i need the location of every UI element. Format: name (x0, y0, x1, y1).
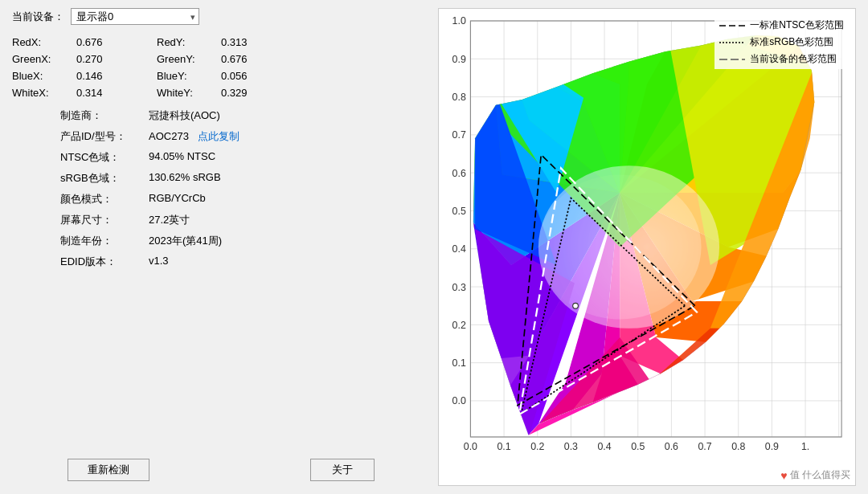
svg-text:0.0: 0.0 (464, 441, 477, 452)
whitey-value: 0.329 (221, 87, 285, 99)
bluex-label: BlueX: (12, 70, 76, 82)
ntsc-label: NTSC色域： (60, 150, 149, 165)
watermark: ♥ 值 什么值得买 (780, 468, 850, 482)
details-table: 制造商： 冠捷科技(AOC) 产品ID/型号： AOC273 点此复制 NTSC… (12, 108, 430, 269)
about-button[interactable]: 关于 (310, 459, 375, 481)
whitey-label: WhiteY: (157, 87, 221, 99)
greenx-value: 0.270 (76, 53, 157, 65)
svg-text:0.1: 0.1 (497, 441, 510, 452)
svg-point-88 (573, 303, 579, 308)
svg-text:0.5: 0.5 (631, 441, 645, 452)
cie-chart-panel: 1.0 0.9 0.8 0.7 0.6 0.5 0.4 0.3 0.2 0.1 … (438, 8, 856, 486)
screen-size-label: 屏幕尺寸： (60, 213, 149, 227)
greenx-label: GreenX: (12, 53, 76, 65)
edid-value: v1.3 (149, 255, 430, 269)
legend-device-label: 当前设备的色彩范围 (750, 52, 837, 66)
watermark-text: 值 什么值得买 (790, 468, 850, 482)
screen-size-value: 27.2英寸 (149, 213, 430, 227)
greeny-label: GreenY: (157, 53, 221, 65)
svg-text:0.2: 0.2 (452, 320, 466, 331)
svg-text:0.7: 0.7 (452, 129, 466, 141)
color-mode-label: 颜色模式： (60, 192, 149, 206)
svg-text:0.1: 0.1 (452, 357, 466, 369)
legend-device: 当前设备的色彩范围 (719, 52, 844, 66)
redx-value: 0.676 (76, 36, 157, 48)
watermark-icon: ♥ (780, 469, 787, 482)
svg-text:0.2: 0.2 (530, 441, 544, 452)
srgb-value: 130.62% sRGB (149, 171, 430, 186)
buttons-row: 重新检测 关于 (12, 452, 430, 486)
cie-chart-svg: 1.0 0.9 0.8 0.7 0.6 0.5 0.4 0.3 0.2 0.1 … (439, 9, 855, 485)
whitex-value: 0.314 (76, 87, 157, 99)
redy-label: RedY: (157, 36, 221, 48)
manufacturer-label: 制造商： (60, 108, 149, 123)
svg-text:0.6: 0.6 (665, 441, 678, 452)
svg-text:0.5: 0.5 (452, 206, 466, 217)
svg-text:0.8: 0.8 (731, 441, 745, 452)
svg-text:0.3: 0.3 (564, 441, 578, 452)
manufacture-year-value: 2023年(第41周) (149, 234, 430, 248)
svg-text:0.4: 0.4 (452, 243, 466, 255)
legend-srgb-label: 标准sRGB色彩范围 (750, 35, 833, 49)
bluey-value: 0.056 (221, 70, 285, 82)
svg-text:0.8: 0.8 (452, 92, 466, 103)
manufacture-year-label: 制造年份： (60, 234, 149, 248)
manufacturer-value: 冠捷科技(AOC) (149, 108, 430, 123)
svg-text:0.4: 0.4 (597, 441, 611, 452)
bluex-value: 0.146 (76, 70, 157, 82)
svg-text:0.6: 0.6 (452, 168, 466, 179)
greeny-value: 0.676 (221, 53, 285, 65)
svg-text:0.9: 0.9 (765, 441, 779, 452)
srgb-label: sRGB色域： (60, 171, 149, 186)
svg-text:0.7: 0.7 (698, 441, 711, 452)
svg-text:0.9: 0.9 (452, 54, 466, 65)
device-select[interactable]: 显示器0 (71, 8, 199, 25)
bluey-label: BlueY: (157, 70, 221, 82)
redx-label: RedX: (12, 36, 76, 48)
color-coords-table: RedX: 0.676 RedY: 0.313 GreenX: 0.270 Gr… (12, 36, 430, 99)
redetect-button[interactable]: 重新检测 (68, 459, 149, 481)
color-mode-value: RGB/YCrCb (149, 192, 430, 206)
device-select-wrapper[interactable]: 显示器0 (71, 8, 199, 25)
svg-text:1.: 1. (801, 441, 809, 452)
redy-value: 0.313 (221, 36, 285, 48)
svg-text:1.0: 1.0 (452, 15, 466, 27)
chart-legend: 一标准NTSC色彩范围 标准sRGB色彩范围 当前设备的色彩范围 (714, 15, 849, 69)
edid-label: EDID版本： (60, 255, 149, 269)
ntsc-value: 94.05% NTSC (149, 150, 430, 165)
product-value: AOC273 点此复制 (149, 129, 430, 144)
whitex-label: WhiteX: (12, 87, 76, 99)
svg-text:0.0: 0.0 (452, 395, 466, 406)
legend-ntsc-label: 一标准NTSC色彩范围 (750, 18, 844, 32)
device-label: 当前设备： (12, 10, 64, 24)
legend-ntsc: 一标准NTSC色彩范围 (719, 18, 844, 32)
cie-chart-area: 1.0 0.9 0.8 0.7 0.6 0.5 0.4 0.3 0.2 0.1 … (438, 8, 856, 486)
legend-srgb: 标准sRGB色彩范围 (719, 35, 844, 49)
copy-link[interactable]: 点此复制 (198, 130, 240, 142)
product-label: 产品ID/型号： (60, 129, 149, 144)
svg-text:0.3: 0.3 (452, 282, 466, 293)
